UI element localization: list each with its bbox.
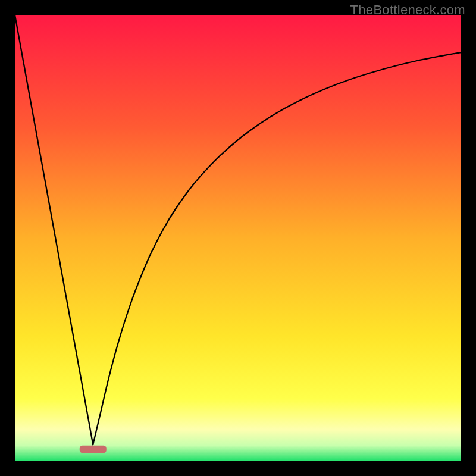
chart-frame: TheBottleneck.com: [0, 0, 476, 476]
bottom-band-highlight: [80, 446, 107, 453]
gradient-background: [15, 15, 461, 461]
watermark-text: TheBottleneck.com: [350, 2, 465, 18]
plot-area: [15, 15, 461, 461]
chart-svg: [15, 15, 461, 461]
